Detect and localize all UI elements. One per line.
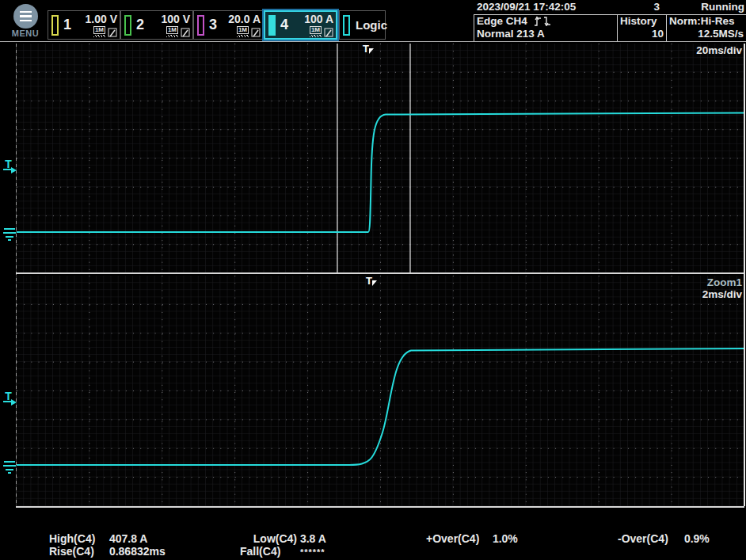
measurement-label: -Over(C4) [618, 533, 681, 546]
zoom-waveform-area [17, 276, 744, 506]
trigger-settings-cell[interactable]: Edge CH4 Normal 213 A [474, 15, 618, 41]
channel-3-number: 3 [209, 17, 217, 33]
probe-icon [251, 28, 261, 37]
channel-2-number: 2 [136, 17, 144, 33]
channel-3-button[interactable]: 3 20.0 A 1M [193, 10, 264, 40]
channel-2-scale: 100 V [161, 13, 190, 25]
measurement-value: 1.0% [493, 532, 518, 545]
logic-label: Logic [356, 18, 387, 32]
zoom-window-label: Zoom1 [707, 276, 742, 288]
channel-1-color-bracket [51, 15, 59, 36]
logic-color-bracket [343, 15, 350, 36]
main-waveform-area [17, 44, 744, 273]
measurement-value: 0.9% [684, 532, 710, 545]
measurement-label: Low(C4) [240, 533, 297, 546]
datetime: 2023/09/21 17:42:05 [477, 1, 576, 13]
history-label: History [620, 15, 664, 28]
trigger-level-marker-zoom[interactable]: T [3, 391, 17, 407]
measurement-low-fall: Low(C4) 3.8 A Fall(C4) ****** [240, 533, 326, 558]
graticule-left-edge [16, 44, 17, 506]
trigger-position-marker-zoom[interactable]: T [366, 276, 377, 286]
measurement-value: 3.8 A [300, 532, 326, 545]
menu-button[interactable]: MENU [5, 2, 46, 40]
input-impedance-icon: 1M [310, 26, 322, 37]
trigger-type: Edge CH4 [477, 15, 527, 27]
measurement-high-rise: High(C4) 407.8 A Rise(C4) 0.86832ms [49, 533, 166, 558]
zoom-waveform-plot [17, 276, 744, 506]
measurement-pos-overshoot: +Over(C4) 1.0% [426, 533, 518, 546]
status-info-panel: 2023/09/21 17:42:05 3 Running Edge CH4 N… [474, 1, 746, 41]
topbar-divider [0, 41, 746, 42]
trigger-position-marker-main[interactable]: T [363, 44, 374, 54]
trigger-mode-level: Normal 213 A [477, 28, 615, 40]
measurement-value: ****** [300, 547, 325, 557]
run-status: Running [701, 1, 744, 13]
measurement-label: Rise(C4) [49, 546, 106, 558]
graticule-bottom-edge [16, 506, 744, 508]
measurement-neg-overshoot: -Over(C4) 0.9% [618, 533, 710, 546]
acquisition-cell[interactable]: Norm:Hi-Res 12.5MS/s [667, 15, 746, 41]
input-impedance-icon: 1M [166, 26, 178, 37]
acquisition-mode: Norm:Hi-Res [669, 15, 744, 28]
logic-button[interactable]: Logic [339, 10, 386, 40]
measurement-label: High(C4) [49, 533, 106, 546]
measurement-value: 407.8 A [109, 532, 148, 545]
channel-1-scale: 1.00 V [86, 13, 117, 25]
oscilloscope-screen: { "menu": { "label": "MENU" }, "channels… [0, 0, 746, 560]
graticule-divider-ruler [16, 272, 744, 274]
measurement-label: Fall(C4) [240, 546, 297, 558]
probe-icon [181, 28, 190, 37]
rising-edge-icon [534, 16, 542, 26]
channel-4-number: 4 [280, 17, 288, 33]
history-cell[interactable]: History 10 [618, 15, 667, 41]
history-value: 10 [620, 28, 664, 40]
probe-icon [108, 28, 117, 37]
ground-level-marker-main[interactable] [2, 227, 17, 242]
graticule-right-edge [744, 44, 745, 506]
main-timebase-label: 20ms/div [696, 44, 742, 56]
channel-4-button-selected[interactable]: 4 100 A 1M [264, 10, 337, 40]
menu-button-label: MENU [5, 29, 46, 38]
ground-level-marker-zoom[interactable] [2, 460, 17, 474]
status-row: 2023/09/21 17:42:05 3 Running [474, 1, 746, 14]
channel-4-color-bracket [268, 15, 276, 36]
input-impedance-icon: 1M [93, 26, 105, 37]
trigger-level-marker-main[interactable]: T [3, 159, 17, 175]
channel-4-scale: 100 A [304, 13, 333, 25]
falling-edge-icon [543, 16, 551, 26]
channel-1-number: 1 [63, 17, 71, 33]
measurement-label: +Over(C4) [426, 533, 489, 546]
zoom-timebase-label: 2ms/div [702, 288, 742, 300]
acquisition-count: 3 [628, 1, 660, 13]
channel-3-color-bracket [197, 15, 204, 36]
channel-2-button[interactable]: 2 100 V 1M [120, 10, 193, 40]
input-impedance-icon: 1M [237, 26, 249, 37]
channel-3-scale: 20.0 A [228, 13, 261, 25]
hamburger-icon [13, 4, 38, 29]
channel-2-color-bracket [124, 15, 131, 36]
channel-1-button[interactable]: 1 1.00 V 1M [48, 10, 120, 40]
main-waveform-plot [17, 44, 744, 273]
probe-icon [324, 28, 333, 37]
measurement-value: 0.86832ms [109, 545, 166, 558]
sample-rate: 12.5MS/s [669, 28, 744, 40]
